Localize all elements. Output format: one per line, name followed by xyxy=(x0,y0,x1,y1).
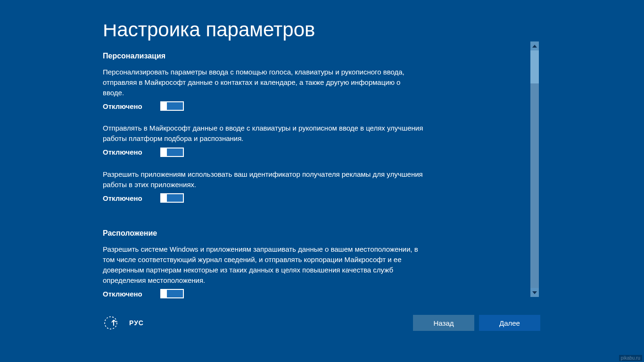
watermark: pikabu.ru xyxy=(619,355,642,361)
setting-item: Разрешить приложениям использовать ваш и… xyxy=(103,169,433,203)
toggle-thumb xyxy=(161,290,167,297)
toggle-thumb xyxy=(161,148,167,156)
toggle-switch[interactable] xyxy=(160,193,184,203)
svg-point-2 xyxy=(105,317,117,329)
toggle-switch[interactable] xyxy=(160,101,184,111)
setting-description: Отправлять в Майкрософт данные о вводе с… xyxy=(103,123,423,144)
toggle-state-label: Отключено xyxy=(103,290,150,298)
section-heading-personalization: Персонализация xyxy=(103,52,433,60)
toggle-state-label: Отключено xyxy=(103,194,150,202)
input-language-indicator[interactable]: РУС xyxy=(129,319,144,327)
settings-scroll-area: Персонализация Персонализировать парамет… xyxy=(103,52,433,311)
toggle-state-label: Отключено xyxy=(103,148,150,156)
section-heading-location: Расположение xyxy=(103,229,433,238)
next-button[interactable]: Далее xyxy=(479,315,540,331)
toggle-switch[interactable] xyxy=(160,289,184,298)
toggle-thumb xyxy=(161,194,167,202)
ease-of-access-icon[interactable] xyxy=(103,315,119,331)
setting-description: Разрешить системе Windows и приложениям … xyxy=(103,244,423,285)
scrollbar-thumb[interactable] xyxy=(530,50,539,83)
title-crop-overlay xyxy=(0,0,644,25)
toggle-switch[interactable] xyxy=(160,148,184,157)
scrollbar-up-arrow-icon[interactable] xyxy=(530,41,539,50)
setting-item: Разрешить системе Windows и приложениям … xyxy=(103,244,433,298)
scrollbar-down-arrow-icon[interactable] xyxy=(530,288,539,297)
svg-marker-0 xyxy=(532,45,537,48)
toggle-state-label: Отключено xyxy=(103,102,150,110)
setting-item: Отправлять в Майкрософт данные о вводе с… xyxy=(103,123,433,157)
back-button[interactable]: Назад xyxy=(413,315,474,331)
vertical-scrollbar[interactable] xyxy=(530,41,539,297)
scrollbar-track[interactable] xyxy=(530,50,539,288)
footer-bar: РУС Назад Далее xyxy=(103,315,540,331)
svg-marker-1 xyxy=(532,291,537,294)
setting-item: Персонализировать параметры ввода с помо… xyxy=(103,67,433,111)
setting-description: Разрешить приложениям использовать ваш и… xyxy=(103,169,423,190)
setting-description: Персонализировать параметры ввода с помо… xyxy=(103,67,423,98)
toggle-thumb xyxy=(161,102,167,110)
